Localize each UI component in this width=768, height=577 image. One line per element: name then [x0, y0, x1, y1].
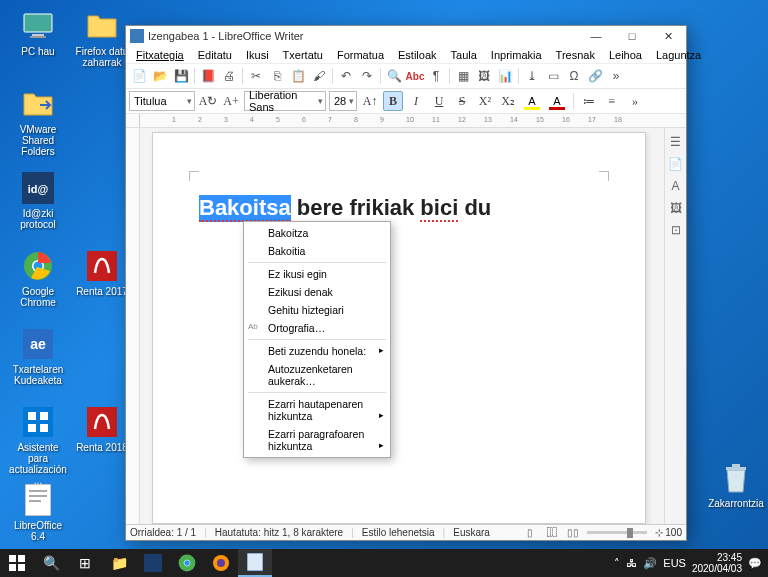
minimize-button[interactable]: —	[578, 26, 614, 46]
paragraph-style-combo[interactable]: Titulua	[129, 91, 195, 111]
always-correct-item[interactable]: Beti zuzendu honela:	[244, 342, 390, 360]
taskbar-explorer-icon[interactable]: 📁	[102, 549, 136, 577]
sidebar-page-icon[interactable]: 📄	[668, 156, 684, 172]
nonprinting-icon[interactable]: ¶	[426, 66, 446, 86]
save-icon[interactable]: 💾	[171, 66, 191, 86]
hyperlink-icon[interactable]: 🔗	[585, 66, 605, 86]
find-icon[interactable]: 🔍	[384, 66, 404, 86]
desktop-icon-pc[interactable]: PC hau	[8, 8, 68, 57]
desktop-icon-firefox-data[interactable]: Firefox datu zaharrak	[72, 8, 132, 68]
font-size-combo[interactable]: 28	[329, 91, 357, 111]
menu-edit[interactable]: Editatu	[192, 48, 238, 62]
font-name-combo[interactable]: Liberation Sans	[244, 91, 326, 111]
document-text[interactable]: Bakoitsa bere frikiak bici du	[199, 195, 599, 221]
menu-format[interactable]: Formatua	[331, 48, 390, 62]
suggestion-item[interactable]: Bakoitza	[244, 224, 390, 242]
more-icon[interactable]: »	[606, 66, 626, 86]
add-to-dict-item[interactable]: Gehitu hiztegiari	[244, 301, 390, 319]
field-icon[interactable]: ▭	[543, 66, 563, 86]
clone-fmt-icon[interactable]: 🖌	[309, 66, 329, 86]
menu-styles[interactable]: Estiloak	[392, 48, 443, 62]
task-view-icon[interactable]: ⊞	[68, 549, 102, 577]
status-style[interactable]: Estilo lehenetsia	[362, 527, 435, 538]
status-language[interactable]: Euskara	[453, 527, 490, 538]
menu-view[interactable]: Ikusi	[240, 48, 275, 62]
misspelled-word[interactable]: bici	[420, 195, 458, 222]
subscript-button[interactable]: X₂	[498, 91, 518, 111]
search-icon[interactable]: 🔍	[34, 549, 68, 577]
menu-tools[interactable]: Tresnak	[550, 48, 601, 62]
taskbar-chrome-icon[interactable]	[170, 549, 204, 577]
desktop-icon-vmware-folders[interactable]: VMware Shared Folders	[8, 86, 68, 157]
more-fmt-icon[interactable]: »	[625, 91, 645, 111]
open-icon[interactable]: 📂	[150, 66, 170, 86]
desktop-icon-renta2018[interactable]: Renta 2018	[72, 404, 132, 453]
bold-button[interactable]: B	[383, 91, 403, 111]
sidebar-styles-icon[interactable]: A	[668, 178, 684, 194]
menu-file[interactable]: Fitxategia	[130, 48, 190, 62]
export-pdf-icon[interactable]: 📕	[198, 66, 218, 86]
desktop-icon-renta2017[interactable]: Renta 2017	[72, 248, 132, 297]
pagebreak-icon[interactable]: ⤓	[522, 66, 542, 86]
table-icon[interactable]: ▦	[453, 66, 473, 86]
tray-volume-icon[interactable]: 🔊	[643, 557, 657, 570]
bullets-icon[interactable]: ≔	[579, 91, 599, 111]
taskbar-firefox-icon[interactable]	[204, 549, 238, 577]
sidebar-gallery-icon[interactable]: 🖼	[668, 200, 684, 216]
menu-table[interactable]: Taula	[445, 48, 483, 62]
menu-form[interactable]: Inprimakia	[485, 48, 548, 62]
ignore-item[interactable]: Ez ikusi egin	[244, 265, 390, 283]
strike-button[interactable]: S	[452, 91, 472, 111]
undo-icon[interactable]: ↶	[336, 66, 356, 86]
spelling-dialog-item[interactable]: AbOrtografia…	[244, 319, 390, 337]
desktop-icon-trash[interactable]: Zakarrontzia	[706, 460, 766, 509]
special-char-icon[interactable]: Ω	[564, 66, 584, 86]
update-style-icon[interactable]: A↻	[198, 91, 218, 111]
start-button[interactable]	[0, 549, 34, 577]
tray-chevron-icon[interactable]: ˄	[614, 557, 620, 570]
cut-icon[interactable]: ✂	[246, 66, 266, 86]
spellcheck-icon[interactable]: Abc	[405, 66, 425, 86]
desktop-icon-libreoffice[interactable]: LibreOffice 6.4	[8, 482, 68, 542]
view-multi-icon[interactable]: ⿲	[547, 527, 559, 539]
paste-icon[interactable]: 📋	[288, 66, 308, 86]
menu-window[interactable]: Leihoa	[603, 48, 648, 62]
italic-button[interactable]: I	[406, 91, 426, 111]
copy-icon[interactable]: ⎘	[267, 66, 287, 86]
titlebar[interactable]: Izengabea 1 - LibreOffice Writer — □ ✕	[126, 26, 686, 46]
view-book-icon[interactable]: ▯▯	[567, 527, 579, 539]
font-color-button[interactable]: A	[546, 91, 568, 111]
desktop-icon-idazki[interactable]: id@Id@zki protocol	[8, 170, 68, 230]
sidebar-navigator-icon[interactable]: ⊡	[668, 222, 684, 238]
set-selection-lang-item[interactable]: Ezarri hautapenaren hizkuntza	[244, 395, 390, 425]
vertical-ruler[interactable]	[126, 128, 140, 524]
numbering-icon[interactable]: ≡	[602, 91, 622, 111]
desktop-icon-chrome[interactable]: Google Chrome	[8, 248, 68, 308]
image-icon[interactable]: 🖼	[474, 66, 494, 86]
tray-network-icon[interactable]: 🖧	[626, 557, 637, 569]
tray-language[interactable]: EUS	[663, 557, 686, 569]
autocorrect-options-item[interactable]: Autozuzenketaren aukerak…	[244, 360, 390, 390]
page[interactable]: Bakoitsa bere frikiak bici du Bakoitza B…	[152, 132, 646, 524]
ignore-all-item[interactable]: Ezikusi denak	[244, 283, 390, 301]
redo-icon[interactable]: ↷	[357, 66, 377, 86]
taskbar-writer-icon[interactable]	[238, 549, 272, 577]
desktop-icon-update-assistant[interactable]: Asistente para actualización...	[8, 404, 68, 486]
view-single-icon[interactable]: ▯	[527, 527, 539, 539]
chart-icon[interactable]: 📊	[495, 66, 515, 86]
set-paragraph-lang-item[interactable]: Ezarri paragrafoaren hizkuntza	[244, 425, 390, 455]
status-page[interactable]: Orrialdea: 1 / 1	[130, 527, 196, 538]
sidebar-properties-icon[interactable]: ☰	[668, 134, 684, 150]
maximize-button[interactable]: □	[614, 26, 650, 46]
taskbar-clock[interactable]: 23:45 2020/04/03	[692, 552, 742, 574]
menu-help[interactable]: Laguntza	[650, 48, 707, 62]
print-icon[interactable]: 🖨	[219, 66, 239, 86]
horizontal-ruler[interactable]: 123456789101112131415161718	[126, 114, 686, 128]
zoom-slider[interactable]	[587, 531, 647, 534]
new-style-icon[interactable]: A+	[221, 91, 241, 111]
suggestion-item[interactable]: Bakoitia	[244, 242, 390, 260]
grow-font-icon[interactable]: A↑	[360, 91, 380, 111]
taskbar-idazki-icon[interactable]	[136, 549, 170, 577]
underline-button[interactable]: U	[429, 91, 449, 111]
notification-icon[interactable]: 💬	[748, 557, 762, 570]
